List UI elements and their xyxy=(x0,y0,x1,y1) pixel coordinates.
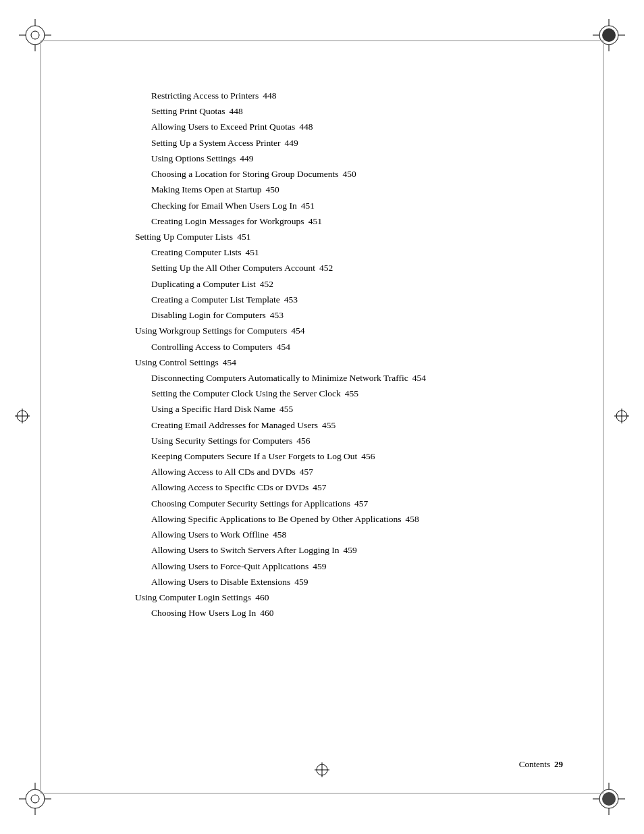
toc-item-page: 453 xyxy=(284,292,298,307)
toc-item-page: 452 xyxy=(319,260,333,276)
footer-label: Contents xyxy=(519,759,550,770)
toc-item-page: 448 xyxy=(263,88,276,103)
toc-item-page: 449 xyxy=(240,151,253,166)
toc-item-page: 459 xyxy=(294,574,308,590)
toc-item-page: 449 xyxy=(285,135,298,151)
toc-item-title: Making Items Open at Startup xyxy=(151,182,261,197)
toc-item-page: 455 xyxy=(279,401,293,417)
svg-point-14 xyxy=(31,795,39,803)
toc-item-page: 451 xyxy=(237,229,250,244)
toc-item-title: Creating Email Addresses for Managed Use… xyxy=(151,417,318,433)
toc-item: Checking for Email When Users Log In451 xyxy=(135,198,576,213)
toc-item: Choosing How Users Log In460 xyxy=(135,605,576,621)
toc-item-page: 451 xyxy=(301,198,315,213)
toc-item-title: Setting the Computer Clock Using the Ser… xyxy=(151,386,341,401)
toc-item-page: 455 xyxy=(345,386,358,401)
toc-item-title: Setting Up Computer Lists xyxy=(135,229,233,244)
toc-item-title: Creating Computer Lists xyxy=(151,244,241,260)
toc-item: Setting Print Quotas448 xyxy=(135,103,576,119)
toc-item: Setting Up a System Access Printer449 xyxy=(135,135,576,151)
svg-point-13 xyxy=(26,789,45,808)
toc-item-page: 450 xyxy=(265,182,279,197)
toc-item: Setting Up the All Other Computers Accou… xyxy=(135,260,576,276)
svg-point-1 xyxy=(31,31,39,39)
toc-item-title: Allowing Access to All CDs and DVDs xyxy=(151,464,296,479)
toc-item-page: 458 xyxy=(273,527,286,542)
toc-item-title: Allowing Users to Work Offline xyxy=(151,527,269,542)
toc-item: Setting Up Computer Lists451 xyxy=(135,229,576,244)
corner-mark-bl xyxy=(19,783,51,815)
toc-item-title: Disconnecting Computers Automatically to… xyxy=(151,370,408,386)
toc-item: Allowing Users to Force-Quit Application… xyxy=(135,558,576,574)
toc-item-page: 459 xyxy=(344,542,357,558)
toc-item: Creating Login Messages for Workgroups45… xyxy=(135,213,576,229)
toc-item-page: 452 xyxy=(260,276,273,292)
corner-mark-br xyxy=(593,783,625,815)
toc-item: Allowing Users to Exceed Print Quotas448 xyxy=(135,119,576,134)
toc-item-page: 453 xyxy=(270,307,284,323)
toc-item-page: 454 xyxy=(412,370,426,386)
svg-point-25 xyxy=(602,792,616,806)
toc-item-page: 455 xyxy=(322,417,336,433)
toc-item: Using Options Settings449 xyxy=(135,151,576,166)
toc-item-page: 454 xyxy=(291,323,304,338)
toc-item: Creating Computer Lists451 xyxy=(135,244,576,260)
toc-item-title: Duplicating a Computer List xyxy=(151,276,256,292)
toc-item-title: Using Options Settings xyxy=(151,151,236,166)
toc-item: Using Computer Login Settings460 xyxy=(135,590,576,605)
toc-item-page: 451 xyxy=(308,213,322,229)
toc-item-page: 448 xyxy=(230,103,243,119)
toc-item-title: Setting Print Quotas xyxy=(151,103,225,119)
svg-point-0 xyxy=(26,26,45,45)
toc-item: Restricting Access to Printers448 xyxy=(135,88,576,103)
toc-item-title: Choosing a Location for Storing Group Do… xyxy=(151,166,338,182)
toc-item-title: Using Workgroup Settings for Computers xyxy=(135,323,287,338)
page: Restricting Access to Printers448Setting… xyxy=(0,0,644,834)
toc-item-title: Allowing Users to Force-Quit Application… xyxy=(151,558,308,574)
side-mark-left xyxy=(15,409,30,426)
toc-item: Making Items Open at Startup450 xyxy=(135,182,576,197)
corner-mark-tl xyxy=(19,19,51,51)
toc-item: Creating a Computer List Template453 xyxy=(135,292,576,307)
toc-item-page: 458 xyxy=(405,511,419,527)
toc-item-title: Using a Specific Hard Disk Name xyxy=(151,401,275,417)
toc-item-page: 457 xyxy=(300,464,313,479)
toc-item-page: 454 xyxy=(277,339,290,355)
toc-item-title: Restricting Access to Printers xyxy=(151,88,259,103)
toc-item-title: Allowing Specific Applications to Be Ope… xyxy=(151,511,401,527)
toc-item-page: 456 xyxy=(361,448,375,464)
toc-item: Setting the Computer Clock Using the Ser… xyxy=(135,386,576,401)
toc-item-page: 450 xyxy=(342,166,356,182)
toc-item-title: Allowing Users to Exceed Print Quotas xyxy=(151,119,295,134)
side-mark-right xyxy=(614,409,629,426)
toc-content: Restricting Access to Printers448Setting… xyxy=(135,88,576,621)
toc-item-title: Keeping Computers Secure If a User Forge… xyxy=(151,448,357,464)
toc-item-title: Allowing Users to Switch Servers After L… xyxy=(151,542,340,558)
toc-item-page: 460 xyxy=(255,590,269,605)
toc-item-page: 459 xyxy=(313,558,326,574)
corner-mark-tr xyxy=(593,19,625,51)
toc-item: Duplicating a Computer List452 xyxy=(135,276,576,292)
toc-item-title: Using Computer Login Settings xyxy=(135,590,251,605)
toc-item: Using Workgroup Settings for Computers45… xyxy=(135,323,576,338)
toc-item: Creating Email Addresses for Managed Use… xyxy=(135,417,576,433)
toc-item-title: Allowing Access to Specific CDs or DVDs xyxy=(151,479,308,495)
toc-item: Disconnecting Computers Automatically to… xyxy=(135,370,576,386)
toc-item-title: Using Security Settings for Computers xyxy=(151,433,292,448)
toc-item: Using a Specific Hard Disk Name455 xyxy=(135,401,576,417)
toc-item-page: 457 xyxy=(354,496,368,511)
toc-item-title: Checking for Email When Users Log In xyxy=(151,198,297,213)
toc-item-page: 456 xyxy=(296,433,310,448)
toc-item-title: Creating a Computer List Template xyxy=(151,292,280,307)
toc-item-page: 448 xyxy=(299,119,313,134)
toc-item-title: Creating Login Messages for Workgroups xyxy=(151,213,304,229)
toc-item: Using Security Settings for Computers456 xyxy=(135,433,576,448)
toc-item: Allowing Specific Applications to Be Ope… xyxy=(135,511,576,527)
toc-item: Choosing Computer Security Settings for … xyxy=(135,496,576,511)
toc-item-title: Disabling Login for Computers xyxy=(151,307,266,323)
toc-item-title: Controlling Access to Computers xyxy=(151,339,273,355)
toc-item-page: 454 xyxy=(223,355,236,370)
toc-item-page: 451 xyxy=(245,244,259,260)
toc-item: Allowing Users to Work Offline458 xyxy=(135,527,576,542)
toc-item: Keeping Computers Secure If a User Forge… xyxy=(135,448,576,464)
